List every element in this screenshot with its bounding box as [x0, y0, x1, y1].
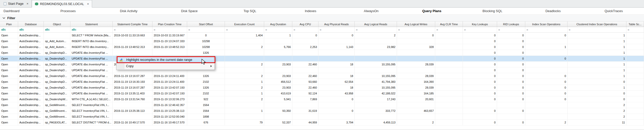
filter-cell[interactable]: =: [318, 27, 355, 32]
filter-cell[interactable]: aBc: [70, 27, 113, 32]
filter-cell[interactable]: =: [397, 27, 435, 32]
column-header-database[interactable]: Database: [18, 21, 44, 27]
nav-item-disk-space[interactable]: Disk Space: [159, 9, 220, 13]
cell[interactable]: Open: [0, 108, 18, 114]
menu-item-highlight-recompiles[interactable]: Highlight recompiles in the current date…: [117, 57, 214, 63]
nav-item-top-sql[interactable]: Top SQL: [220, 9, 280, 13]
column-header-table-sc[interactable]: Table Sc...: [626, 21, 644, 27]
equals-filter-icon: =: [154, 28, 155, 31]
cell[interactable]: Open: [0, 102, 18, 108]
cell: 2019-11-19 12:52:00.040: [152, 114, 187, 119]
filter-cell[interactable]: =: [355, 27, 397, 32]
column-header-execution-count[interactable]: Execution Count: [225, 21, 264, 27]
table-row[interactable]: OpenAutoDealership...sp_DealershipD...UP…: [0, 67, 644, 73]
cell[interactable]: Open: [0, 91, 18, 96]
table-row[interactable]: OpenAutoDealership...sp_DealershipD...UP…: [0, 56, 644, 62]
nav-item-deadlocks[interactable]: Deadlocks: [523, 9, 583, 13]
cell[interactable]: Open: [0, 44, 18, 50]
filter-cell[interactable]: =: [525, 27, 568, 32]
cell: SELECT InventoryFlat.VIN, I...: [70, 114, 113, 119]
column-header-start-offset[interactable]: Start Offset: [187, 21, 225, 27]
filter-panel-header[interactable]: Filter: [0, 15, 644, 21]
nav-item-alwayson[interactable]: AlwaysOn: [341, 9, 401, 13]
table-row[interactable]: OpenAutoDealership...sp_Add_Autom...INSE…: [0, 38, 644, 44]
cell[interactable]: Open: [0, 56, 18, 61]
cell: [113, 114, 152, 119]
text-filter-icon: aBc: [45, 28, 50, 31]
column-header-avg-logical-writes[interactable]: Avg Logical Writes: [397, 21, 435, 27]
filter-cell[interactable]: =: [225, 27, 264, 32]
cell: 20,601: [397, 96, 435, 102]
close-icon[interactable]: ×: [26, 2, 28, 5]
table-row[interactable]: OpenAutoDealership...sp_GetAllInvent...S…: [0, 108, 644, 114]
cell: 23,903: [264, 73, 292, 79]
cell: [355, 50, 397, 56]
table-row[interactable]: OpenAutoDealership...sp_PAGEIOLAT...SELE…: [0, 120, 644, 125]
column-header-avg-physical-reads[interactable]: Avg Physical Reads: [318, 21, 355, 27]
filter-cell[interactable]: =: [568, 27, 626, 32]
column-header-statement-compile-time[interactable]: Statement Compile Time: [113, 21, 152, 27]
cell[interactable]: Open: [0, 67, 18, 73]
table-row[interactable]: OpenAutoDealership...SELECT * FROM Vehic…: [0, 33, 644, 38]
table-row[interactable]: OpenAutoDealership...sp_DealershipD...UP…: [0, 73, 644, 79]
column-header-statement[interactable]: Statement: [70, 21, 113, 27]
column-header-rid-lookups[interactable]: RID Lookups: [497, 21, 525, 27]
cell[interactable]: Open: [0, 85, 18, 90]
filter-cell[interactable]: =: [152, 27, 187, 32]
column-header-plan[interactable]: Plan: [0, 21, 18, 27]
cell[interactable]: Open: [0, 73, 18, 79]
column-header-plan-creation-time[interactable]: Plan Creation Time: [152, 21, 187, 27]
column-header-avg-cpu[interactable]: Avg CPU: [292, 21, 318, 27]
filter-cell[interactable]: =: [626, 27, 644, 32]
cell: 2019-11-16 12:46:42.357: [152, 102, 187, 108]
table-row[interactable]: OpenAutoDealership...sp_DealershipD...UP…: [0, 85, 644, 91]
cell[interactable]: Open: [0, 96, 18, 102]
cell: 2: [568, 114, 626, 119]
table-row[interactable]: OpenAutoDealership...sp_DealershipD...UP…: [0, 50, 644, 56]
column-header-avg-clr-time[interactable]: Avg CLR Time: [435, 21, 463, 27]
table-row[interactable]: OpenAutoDealership...sp_GetAllInvent...S…: [0, 114, 644, 120]
nav-item-blocking-sql[interactable]: Blocking SQL: [462, 9, 523, 13]
table-row[interactable]: OpenAutoDealership...sp_DealershipD...UP…: [0, 91, 644, 96]
filter-cell[interactable]: aBc: [0, 27, 18, 32]
tab-redmondsql03[interactable]: REDMONDSQL03.SE.LOCAL ×: [32, 0, 92, 8]
filter-cell[interactable]: aBc: [44, 27, 70, 32]
column-header-clustered-index-scan-operations[interactable]: Clustered Index Scan Operations: [568, 21, 626, 27]
nav-item-quicktraces[interactable]: QuickTraces: [583, 9, 644, 13]
column-header-index-scan-operations[interactable]: Index Scan Operations: [525, 21, 568, 27]
filter-cell[interactable]: aBc: [18, 27, 44, 32]
nav-item-indexes[interactable]: Indexes: [280, 9, 341, 13]
filter-cell[interactable]: =: [463, 27, 497, 32]
table-row[interactable]: OpenAutoDealership...sp_DealershipW...WI…: [0, 96, 644, 102]
cell[interactable]: Open: [0, 79, 18, 85]
column-header-key-lookups[interactable]: Key Lookups: [463, 21, 497, 27]
filter-cell[interactable]: =: [435, 27, 463, 32]
cell: [626, 56, 644, 61]
cell: 0: [525, 56, 568, 61]
tab-start-page[interactable]: Start Page ×: [1, 0, 32, 7]
column-header-avg-logical-reads[interactable]: Avg Logical Reads: [355, 21, 397, 27]
filter-cell[interactable]: =: [187, 27, 225, 32]
filter-cell[interactable]: =: [292, 27, 318, 32]
nav-item-disk-activity[interactable]: Disk Activity: [98, 9, 159, 13]
cell[interactable]: Open: [0, 120, 18, 125]
table-row[interactable]: OpenAutoDealership...sp_GetAllInvent...S…: [0, 102, 644, 108]
table-row[interactable]: OpenAutoDealership...sp_DealershipD...UP…: [0, 79, 644, 85]
cell[interactable]: Open: [0, 50, 18, 56]
nav-item-processes[interactable]: Processes: [38, 9, 98, 13]
nav-item-dashboard[interactable]: Dashboard: [0, 9, 38, 13]
cell[interactable]: Open: [0, 38, 18, 44]
filter-cell[interactable]: =: [264, 27, 292, 32]
cell[interactable]: Open: [0, 62, 18, 67]
menu-item-copy[interactable]: Copy: [117, 63, 214, 69]
filter-cell[interactable]: =: [497, 27, 525, 32]
cell[interactable]: Open: [0, 114, 18, 119]
cell[interactable]: Open: [0, 33, 18, 38]
column-header-avg-duration[interactable]: Avg Duration: [264, 21, 292, 27]
nav-item-query-plans[interactable]: Query Plans: [401, 9, 462, 13]
filter-cell[interactable]: =: [113, 27, 152, 32]
table-row[interactable]: OpenAutoDealership...sp_Add_Autom...INSE…: [0, 44, 644, 50]
close-icon[interactable]: ×: [87, 2, 89, 6]
column-header-object[interactable]: Object: [44, 21, 70, 27]
table-row[interactable]: OpenAutoDealership...sp_DealershipD...UP…: [0, 62, 644, 67]
